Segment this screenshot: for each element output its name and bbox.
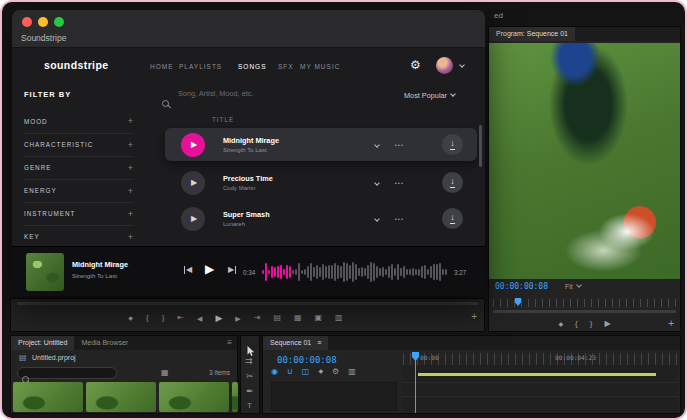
tab-media-browser[interactable]: Media Browser — [74, 336, 135, 350]
source-plus-button[interactable]: + — [471, 312, 477, 322]
nav-my-music[interactable]: MY MUSIC — [300, 63, 340, 70]
razor-tool-icon[interactable]: ✂ — [246, 372, 254, 381]
program-panel-title[interactable]: Program: Sequence 01 — [489, 27, 575, 41]
extract-icon[interactable]: ▦ — [294, 314, 302, 322]
window-titlebar[interactable]: Soundstripe — [12, 10, 485, 48]
project-tab-row: Project: Untitled Media Browser ≡ — [11, 336, 237, 350]
linked-selection-icon[interactable]: ◫ — [302, 368, 310, 376]
filter-item-instrument[interactable]: INSTRUMENT+ — [24, 202, 134, 224]
song-row[interactable]: ▶ Super Smash Lunareh ••• ↓ — [165, 202, 477, 235]
player-song-artist: Strength To Last — [72, 272, 117, 279]
waveform[interactable] — [262, 259, 448, 285]
song-title: Midnight Mirage — [223, 136, 371, 145]
step-frame-back-icon[interactable]: ◀ — [197, 315, 202, 322]
filter-item-characteristic[interactable]: CHARACTERISTIC+ — [24, 133, 134, 155]
nav-sfx[interactable]: SFX — [278, 63, 294, 70]
sort-select[interactable]: Most Popular — [404, 91, 455, 100]
add-marker-icon[interactable]: ◆ — [558, 321, 563, 327]
song-row[interactable]: ▶ Midnight Mirage Strength To Last ••• ↓ — [165, 128, 477, 161]
program-plus-button[interactable]: + — [668, 319, 674, 329]
nav-playlists[interactable]: PLAYLISTS — [179, 63, 222, 70]
gear-icon[interactable]: ⚙ — [410, 58, 421, 72]
comparison-view-icon[interactable]: ▥ — [335, 314, 343, 322]
step-fwd-icon[interactable]: ⇥ — [254, 314, 261, 322]
avatar[interactable] — [436, 57, 453, 74]
program-monitor-panel: Program: Sequence 01 00:00:00:08 Fit ◆ {… — [488, 26, 681, 332]
previous-track-icon[interactable]: ◀ — [184, 266, 192, 274]
timeline-playhead-line[interactable] — [415, 353, 416, 413]
album-art[interactable] — [26, 253, 64, 291]
filter-item-energy[interactable]: ENERGY+ — [24, 179, 134, 201]
pen-tool-icon[interactable]: ✒ — [246, 387, 254, 396]
download-button[interactable]: ↓ — [442, 208, 463, 229]
expand-chevron-icon[interactable] — [374, 216, 380, 222]
mark-in-icon[interactable]: { — [146, 314, 149, 322]
nest-toggle-icon[interactable]: ◉ — [271, 368, 278, 376]
play-icon[interactable]: ▶ — [205, 263, 214, 275]
program-zoom-value: Fit — [565, 283, 573, 290]
nav-songs[interactable]: SONGS — [238, 63, 266, 70]
play-button[interactable]: ▶ — [181, 171, 205, 195]
song-row[interactable]: ▶ Precious Time Cody Martin ••• ↓ — [165, 166, 477, 199]
more-options-icon[interactable]: ••• — [395, 180, 404, 186]
media-thumbnail[interactable] — [13, 382, 83, 412]
play-icon[interactable]: ▶ — [215, 314, 222, 323]
media-thumbnail[interactable] — [86, 382, 156, 412]
program-timecode[interactable]: 00:00:00:08 — [495, 282, 548, 291]
soundstripe-brand[interactable]: soundstripe — [44, 59, 109, 71]
tab-project[interactable]: Project: Untitled — [11, 336, 74, 350]
track-select-tool-icon[interactable]: ⇉ — [245, 357, 253, 366]
more-options-icon[interactable]: ••• — [395, 142, 404, 148]
play-button[interactable]: ▶ — [181, 133, 205, 157]
filter-item-mood[interactable]: MOOD+ — [24, 110, 134, 132]
icon-view-icon[interactable]: ▦ — [161, 369, 169, 377]
tab-sequence[interactable]: Sequence 01 ≡ — [263, 336, 328, 350]
filter-item-genre[interactable]: GENRE+ — [24, 156, 134, 178]
more-options-icon[interactable]: ••• — [395, 216, 404, 222]
zoom-button[interactable] — [54, 17, 64, 27]
timeline-ruler[interactable] — [403, 353, 678, 365]
nav-home[interactable]: HOME — [150, 63, 174, 70]
expand-chevron-icon[interactable] — [374, 180, 380, 186]
panel-menu-icon[interactable]: ≡ — [222, 336, 237, 350]
media-thumbnail[interactable] — [232, 382, 238, 412]
download-button[interactable]: ↓ — [442, 134, 463, 155]
type-tool-icon[interactable]: T — [247, 402, 252, 410]
mark-out-icon[interactable]: } — [162, 314, 165, 322]
project-file-name[interactable]: Untitled.prproj — [32, 354, 76, 361]
program-scrollbar[interactable] — [493, 310, 676, 313]
step-frame-fwd-icon[interactable]: ▶ — [235, 315, 240, 322]
play-button[interactable]: ▶ — [181, 207, 205, 231]
program-video-preview[interactable] — [489, 43, 680, 279]
timeline-track-area[interactable] — [403, 365, 678, 413]
snap-icon[interactable]: ∪ — [287, 368, 293, 376]
filter-item-key[interactable]: KEY+ — [24, 225, 134, 247]
video-clip[interactable] — [418, 373, 656, 376]
project-search-input[interactable] — [17, 367, 117, 379]
add-marker-icon[interactable]: ◆ — [128, 315, 133, 321]
play-icon[interactable]: ▶ — [604, 320, 610, 328]
mark-out-icon[interactable]: } — [590, 320, 593, 328]
timeline-timecode[interactable]: 00:00:00:08 — [277, 355, 337, 365]
elapsed-time: 0:34 — [243, 269, 255, 276]
expand-chevron-icon[interactable] — [374, 142, 380, 148]
add-marker-icon[interactable]: ◆ — [318, 368, 323, 376]
step-back-icon[interactable]: ⇤ — [177, 314, 184, 322]
download-button[interactable]: ↓ — [442, 172, 463, 193]
export-frame-icon[interactable]: ▣ — [315, 314, 323, 322]
next-track-icon[interactable]: ▶ — [228, 266, 236, 274]
account-chevron-icon[interactable] — [459, 62, 465, 68]
song-search-input[interactable] — [178, 89, 368, 98]
sequence-tab-label: Sequence 01 — [270, 339, 311, 346]
program-zoom-select[interactable]: Fit — [565, 283, 581, 290]
close-button[interactable] — [22, 17, 32, 27]
minimize-button[interactable] — [38, 17, 48, 27]
media-thumbnail[interactable] — [159, 382, 229, 412]
source-scrollbar[interactable] — [17, 302, 478, 305]
mark-in-icon[interactable]: { — [575, 320, 578, 328]
song-list-scrollbar[interactable] — [479, 125, 482, 167]
timeline-settings-icon[interactable]: ⚙ — [332, 368, 339, 376]
plus-icon: + — [128, 116, 134, 126]
track-display-icon[interactable]: ▥ — [348, 368, 356, 376]
lift-icon[interactable]: ▤ — [273, 314, 281, 322]
